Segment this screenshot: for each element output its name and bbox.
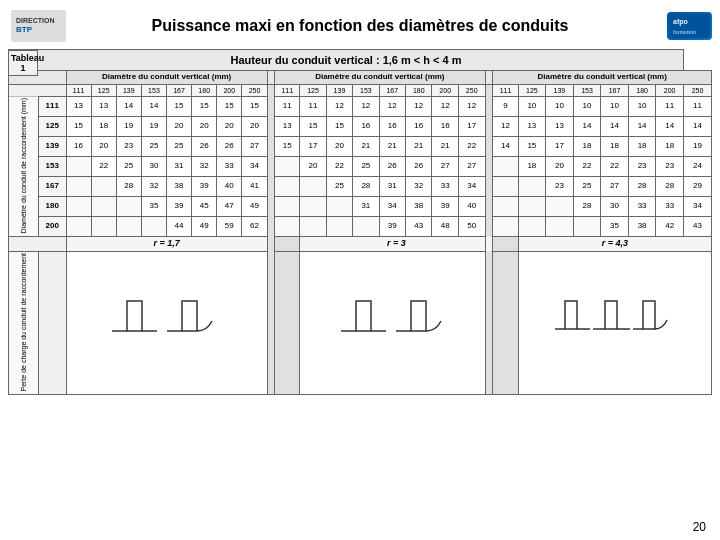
diametre-header-row: Diamètre du conduit vertical (mm) Diamèt…	[9, 71, 712, 84]
hauteur-row: Hauteur du conduit vertical : 1,6 m < h …	[9, 50, 712, 71]
svg-rect-9	[182, 301, 197, 331]
hauteur-label: Hauteur du conduit vertical :	[230, 54, 382, 66]
diagram-svg-3	[555, 296, 675, 346]
logo-left: DIRECTION BTP	[8, 8, 68, 43]
data-row-111: Diamètre du conduit de raccordement (mm)…	[9, 96, 712, 116]
col-111-s1: 111	[66, 84, 91, 96]
diam-header-2: Diamètre du conduit vertical (mm)	[275, 71, 485, 84]
r-value-3: r = 4,3	[518, 237, 711, 252]
diagram-cell-3	[518, 251, 711, 395]
r-value-row: r = 1,7 r = 3 r = 4,3	[9, 237, 712, 252]
perte-label: Perte de charge du conduit de raccordeme…	[9, 251, 39, 395]
data-row-180: 180 35 39 45 47 49 31 34 38 39 40	[9, 197, 712, 217]
tableau-label: Tableau 1	[8, 50, 38, 76]
diagram-cell-2	[300, 251, 493, 395]
svg-rect-14	[411, 301, 426, 331]
afpg-logo: afpo formation	[667, 12, 712, 40]
r-value-2: r = 3	[300, 237, 493, 252]
svg-text:BTP: BTP	[16, 25, 33, 34]
data-row-139: 139 16 20 23 25 25 26 26 27 15 17 20 21 …	[9, 136, 712, 156]
data-row-125: 125 15 18 19 19 20 20 20 20 13 15 15 16 …	[9, 116, 712, 136]
svg-text:afpo: afpo	[673, 18, 688, 26]
data-row-200: 200 44 49 59 62 39 43 48 50	[9, 217, 712, 237]
diagram-cell-1	[66, 251, 267, 395]
logo-right: afpo formation	[652, 8, 712, 43]
svg-rect-11	[356, 301, 371, 331]
page-number: 20	[693, 520, 706, 534]
diam-header-1: Diamètre du conduit vertical (mm)	[66, 71, 267, 84]
svg-rect-22	[643, 301, 655, 329]
sub-header-row: 111 125 139 153 167 180 200 250 111 125 …	[9, 84, 712, 96]
data-row-153: 153 22 25 30 31 32 33 34 20 22 25 26 26 …	[9, 156, 712, 176]
svg-rect-16	[565, 301, 577, 329]
data-row-167: 167 28 32 38 39 40 41 25 28 31 32 33 34 …	[9, 176, 712, 196]
svg-rect-19	[605, 301, 617, 329]
r-value-1: r = 1,7	[66, 237, 267, 252]
page: DIRECTION BTP Puissance maxi en fonction…	[0, 0, 720, 540]
hauteur-value: 1,6 m < h < 4 m	[383, 54, 462, 66]
left-axis-label: Diamètre du conduit de raccordement (mm)	[20, 99, 27, 234]
diam-header-3: Diamètre du conduit vertical (mm)	[493, 71, 712, 84]
diagram-svg-1	[107, 296, 227, 346]
page-header: DIRECTION BTP Puissance maxi en fonction…	[8, 8, 712, 43]
page-title: Puissance maxi en fonction des diamètres…	[68, 17, 652, 35]
main-content: Hauteur du conduit vertical : 1,6 m < h …	[8, 49, 712, 395]
diagram-svg-2	[336, 296, 456, 346]
svg-text:DIRECTION: DIRECTION	[16, 17, 55, 24]
diagram-row: Perte de charge du conduit de raccordeme…	[9, 251, 712, 395]
svg-rect-6	[127, 301, 142, 331]
svg-text:formation: formation	[673, 29, 696, 35]
main-table: Hauteur du conduit vertical : 1,6 m < h …	[8, 49, 712, 395]
